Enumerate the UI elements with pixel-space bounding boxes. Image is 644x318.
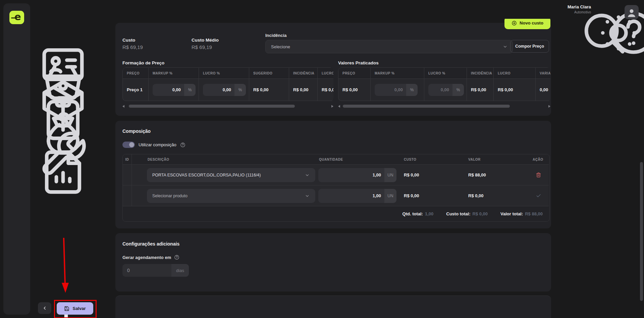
incidencia-select[interactable]: Selecione xyxy=(265,40,513,53)
agendamento-label: Gerar agendamento em xyxy=(122,255,171,260)
sugerido-cell: R$ 0,00 xyxy=(249,79,289,101)
col-header: LUCRO % xyxy=(424,67,467,79)
logo-letter: e xyxy=(14,12,21,22)
sidebar: e xyxy=(3,3,30,315)
acao-cell xyxy=(528,186,549,206)
markup-input-disabled: 0,00 % xyxy=(375,84,418,96)
user-role: Automotivo xyxy=(568,10,591,14)
custo-value: R$ 69,19 xyxy=(122,44,143,50)
plus-circle-icon xyxy=(512,20,517,26)
col-header: SUGERIDO xyxy=(249,67,289,79)
quantidade-cell: 1,00 UN xyxy=(315,186,398,206)
custo-total: Custo total: R$ 0,00 xyxy=(446,211,488,216)
scroll-left-arrow[interactable] xyxy=(122,105,124,108)
agendamento-input[interactable]: 0 dias xyxy=(122,264,189,277)
quantidade-cell: 1,00 UN xyxy=(315,165,398,186)
config-title: Configurações adicionais xyxy=(122,241,179,247)
next-panel-partial xyxy=(115,296,551,318)
col-header: PREÇO xyxy=(122,67,149,79)
acao-cell xyxy=(528,165,549,186)
formacao-title: Formação de Preço xyxy=(122,60,164,65)
custo-medio-block: Custo Médio R$ 69,19 xyxy=(192,38,219,50)
avatar[interactable] xyxy=(625,5,639,19)
incidencia-select-value: Selecione xyxy=(271,44,290,49)
save-icon xyxy=(64,306,69,311)
sidebar-item-produtos[interactable] xyxy=(13,75,21,84)
lucro-cell: 0,00 % xyxy=(199,79,249,101)
sidebar-item-vendas[interactable] xyxy=(13,57,21,65)
col-header: LUCRO % xyxy=(199,67,249,79)
markup-cell: 0,00 % xyxy=(149,79,199,101)
check-icon[interactable] xyxy=(536,193,541,199)
lucro-valor-cell: R$ 0,00 xyxy=(494,79,536,101)
lucro-input-disabled: 0,00 % xyxy=(428,84,464,96)
produto-dropdown[interactable]: Selecionar produto xyxy=(147,189,315,203)
col-header: LUCRO xyxy=(318,67,333,79)
user-menu[interactable]: Maria Clara Automotivo xyxy=(568,4,591,14)
preco-name-cell: Preço 1 xyxy=(122,79,149,101)
praticados-hscrollbar xyxy=(338,105,550,108)
col-header: INCIDÊNCIA xyxy=(467,67,494,79)
utilizar-composicao-toggle[interactable] xyxy=(122,142,135,148)
custo-label: Custo xyxy=(122,38,143,43)
help-circle-icon[interactable] xyxy=(174,255,179,260)
chevron-down-icon xyxy=(305,172,310,178)
valor-cell: R$ 0,00 xyxy=(462,186,528,206)
compor-preco-label: Compor Preço xyxy=(515,44,544,49)
col-header: MARKUP % xyxy=(149,67,199,79)
sidebar-item-orcamentos[interactable] xyxy=(13,93,21,101)
quantidade-input[interactable]: 1,00 UN xyxy=(318,189,396,203)
vertical-scrollbar-thumb[interactable] xyxy=(640,162,643,301)
incidencia-label: Incidência xyxy=(265,33,287,38)
app-screen: e Maria Clara Automotivo Novo custo Cust… xyxy=(0,0,644,318)
composicao-title: Composição xyxy=(122,128,151,134)
sidebar-item-cadastros[interactable] xyxy=(13,40,21,48)
custo-medio-label: Custo Médio xyxy=(192,38,219,43)
sidebar-add-button[interactable] xyxy=(16,303,24,312)
lucro-input[interactable]: 0,00 % xyxy=(203,84,246,96)
col-header: VARIAÇÃO xyxy=(536,67,550,79)
compor-preco-button[interactable]: Compor Preço xyxy=(510,40,549,53)
lucro-cell: 0,00 % xyxy=(424,79,467,101)
formacao-hscrollbar xyxy=(122,105,333,108)
config-panel: Configurações adicionais Gerar agendamen… xyxy=(115,233,551,292)
agendamento-label-row: Gerar agendamento em xyxy=(122,255,179,260)
save-button[interactable]: Salvar xyxy=(57,302,93,315)
toggle-knob xyxy=(129,142,134,147)
sidebar-item-relatorios[interactable] xyxy=(13,147,21,155)
valor-total: Valor total: R$ 88,00 xyxy=(500,211,543,216)
col-header: QUANTIDADE xyxy=(315,154,398,165)
praticados-title: Valores Praticados xyxy=(338,60,379,65)
scroll-right-arrow[interactable] xyxy=(548,105,550,108)
formacao-table: PREÇO MARKUP % LUCRO % SUGERIDO INCIDÊNC… xyxy=(122,67,333,102)
save-label: Salvar xyxy=(72,306,86,311)
help-circle-icon[interactable] xyxy=(180,142,185,148)
col-header: AÇÃO xyxy=(528,154,549,165)
praticados-table: PREÇO MARKUP % LUCRO % INCIDÊNCIA LUCRO … xyxy=(338,67,550,102)
incidencia-cell: R$ 0,00 xyxy=(289,79,318,101)
user-name: Maria Clara xyxy=(568,4,591,9)
trash-icon[interactable] xyxy=(536,172,541,178)
sidebar-item-financeiro[interactable] xyxy=(13,111,21,119)
quantidade-input[interactable]: 1,00 UN xyxy=(318,168,396,182)
custo-block: Custo R$ 69,19 xyxy=(122,38,143,50)
produto-dropdown[interactable]: PORTA ESCOVAS ESCORT,GOL,CORSA,PALIO (11… xyxy=(147,168,315,182)
app-logo[interactable]: e xyxy=(9,11,24,24)
sidebar-item-servicos[interactable] xyxy=(13,129,21,137)
id-cell xyxy=(123,165,132,186)
scrollbar-thumb[interactable] xyxy=(343,105,510,108)
back-button[interactable] xyxy=(38,302,51,314)
scrollbar-thumb[interactable] xyxy=(129,105,295,108)
markup-input[interactable]: 0,00 % xyxy=(153,84,196,96)
col-header: CUSTO xyxy=(398,154,462,165)
col-header: INCIDÊNCIA xyxy=(289,67,318,79)
scroll-left-arrow[interactable] xyxy=(338,105,340,108)
variacao-cell: 0,00 xyxy=(536,79,550,101)
markup-cell: 0,00 % xyxy=(371,79,424,101)
col-header: ID xyxy=(123,154,132,165)
toggle-label: Utilizar composição xyxy=(139,142,176,147)
scroll-right-arrow[interactable] xyxy=(331,105,333,108)
custo-cell: R$ 0,00 xyxy=(398,186,462,206)
col-header: VALOR xyxy=(462,154,528,165)
search-icon[interactable] xyxy=(553,8,560,15)
